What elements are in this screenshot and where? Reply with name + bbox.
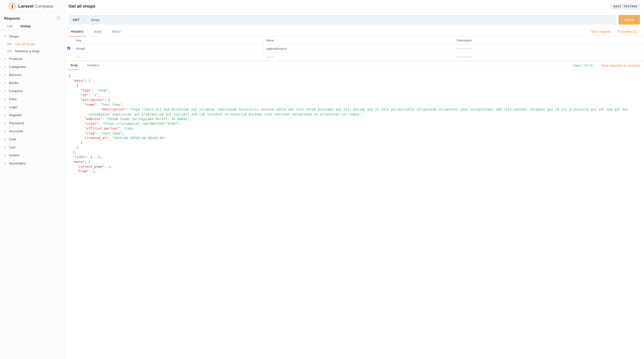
method-select[interactable]: GET (69, 15, 88, 24)
chevron-right-icon (4, 66, 7, 68)
sidebar-group-label: Password (9, 121, 24, 125)
examples-dropdown[interactable]: Examples (1) (618, 30, 640, 33)
method-badge: GET (7, 50, 14, 52)
brand-title: Laravel Compass (18, 4, 53, 9)
view-tabs: List Group (0, 22, 64, 30)
header-value-input[interactable] (266, 55, 451, 58)
method-label: GET (73, 18, 80, 22)
chevron-right-icon (4, 90, 7, 92)
sidebar-group[interactable]: Orders (0, 151, 64, 160)
sidebar-group-label: Reminders (9, 162, 26, 166)
table-row (64, 44, 644, 53)
sidebar-group-label: Products (9, 57, 22, 61)
chevron-right-icon (4, 74, 7, 76)
send-button[interactable]: SEND (618, 15, 640, 24)
header-enabled-checkbox[interactable] (67, 47, 70, 50)
sidebar-group[interactable]: Products (0, 55, 64, 63)
table-row (64, 53, 644, 61)
sidebar-item[interactable]: GETGet all shops (0, 40, 64, 48)
chevron-right-icon (4, 122, 7, 124)
save-response-link[interactable]: Save response as example (601, 64, 640, 67)
sidebar-group-label: Shops (9, 34, 19, 38)
chevron-down-icon (82, 18, 85, 21)
request-bar: GET SEND (64, 13, 644, 27)
response-tabs: Body Headers Status: 200 OK Save respons… (64, 61, 644, 70)
env-badge: REST TESTING (611, 3, 640, 10)
tab-response-body[interactable]: Body (69, 61, 80, 70)
sidebar-group-label: Register (9, 113, 22, 117)
sidebar-group-label: Orders (9, 153, 20, 157)
sidebar-group[interactable]: Cart (0, 143, 64, 151)
tab-list[interactable]: List (4, 22, 16, 30)
sidebar-group[interactable]: Categories (0, 63, 64, 71)
sidebar-group[interactable]: Reminders (0, 160, 64, 168)
brand: Laravel Compass (0, 0, 64, 13)
chevron-right-icon (4, 146, 7, 148)
chevron-right-icon (4, 138, 7, 140)
sidebar-group-label: Banners (9, 73, 22, 77)
chevron-down-icon (638, 30, 640, 33)
header-desc-input[interactable] (457, 55, 641, 58)
request-tabs: Headers Body About Save request Examples… (64, 27, 644, 36)
sidebar-group[interactable]: Shops (0, 32, 64, 40)
headers-table: Key Value Description (64, 36, 644, 61)
chevron-right-icon (4, 106, 7, 108)
url-input[interactable] (88, 15, 616, 24)
sidebar: Laravel Compass Requests List Group Shop… (0, 0, 64, 359)
sidebar-group-label: Banks (9, 81, 18, 85)
sidebar-group[interactable]: Password (0, 119, 64, 127)
sidebar-group-label: User (9, 137, 16, 141)
sidebar-group-label: Accounts (9, 129, 23, 133)
compass-logo-icon (9, 3, 16, 10)
tab-group[interactable]: Group (17, 22, 34, 30)
sidebar-group-label: Login (9, 105, 18, 109)
sidebar-item-label: Get all shops (15, 42, 35, 46)
refresh-icon[interactable] (57, 16, 60, 20)
sidebar-group-label: Cart (9, 145, 16, 149)
sidebar-group[interactable]: Accounts (0, 127, 64, 135)
save-request-link[interactable]: Save request (591, 30, 610, 33)
tab-headers[interactable]: Headers (69, 27, 86, 36)
divider (614, 30, 614, 33)
chevron-right-icon (4, 58, 7, 60)
sidebar-group[interactable]: Banners (0, 71, 64, 79)
tab-about[interactable]: About (110, 27, 123, 36)
header-desc-input[interactable] (457, 47, 641, 50)
sidebar-group[interactable]: Register (0, 111, 64, 119)
requests-heading: Requests (4, 16, 20, 20)
chevron-right-icon (4, 82, 7, 84)
header-value-input[interactable] (266, 47, 451, 50)
sidebar-group[interactable]: Coupons (0, 87, 64, 95)
chevron-right-icon (4, 114, 7, 116)
tab-body[interactable]: Body (92, 27, 104, 36)
sidebar-item[interactable]: GETRetrieve a shop (0, 48, 64, 55)
page-title: Get all shops (69, 4, 95, 9)
sidebar-group-label: Fees (9, 97, 16, 101)
chevron-down-icon (4, 35, 7, 38)
header-key-input[interactable] (76, 55, 261, 58)
svg-point-3 (12, 6, 13, 7)
header-key-input[interactable] (76, 47, 261, 50)
sidebar-group-label: Coupons (9, 89, 23, 93)
chevron-right-icon (4, 130, 7, 132)
tab-response-headers[interactable]: Headers (86, 61, 101, 70)
sidebar-group-label: Categories (9, 65, 26, 69)
sidebar-item-label: Retrieve a shop (15, 49, 40, 53)
sidebar-group[interactable]: Banks (0, 79, 64, 87)
method-badge: GET (7, 43, 14, 46)
chevron-right-icon (4, 98, 7, 100)
col-value: Value (264, 36, 454, 44)
chevron-right-icon (4, 162, 7, 164)
col-desc: Description (454, 36, 644, 44)
examples-label: Examples (1) (618, 30, 636, 33)
sidebar-group[interactable]: Login (0, 103, 64, 111)
main-panel: Get all shops REST TESTING GET SEND Head… (64, 0, 644, 359)
divider (597, 64, 597, 67)
sidebar-group[interactable]: Fees (0, 95, 64, 103)
request-tree: ShopsGETGet all shopsGETRetrieve a shopP… (0, 30, 64, 170)
topbar: Get all shops REST TESTING (64, 0, 644, 13)
response-body: { "data": [ { "type": "shop", "id": "1",… (64, 70, 644, 359)
col-key: Key (73, 36, 264, 44)
chevron-right-icon (4, 154, 7, 156)
sidebar-group[interactable]: User (0, 135, 64, 143)
